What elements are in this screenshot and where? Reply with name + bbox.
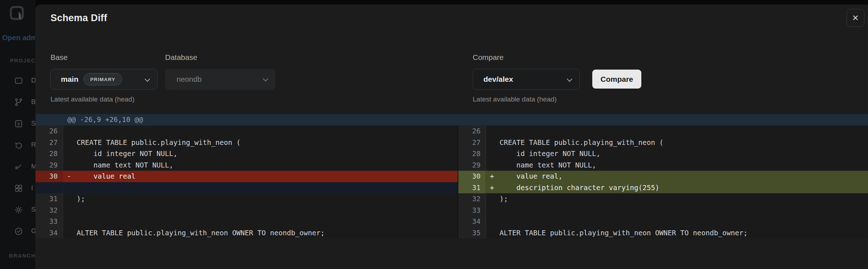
line-number: 29 <box>458 160 486 171</box>
diff-line: 32 <box>35 205 458 216</box>
compare-helper-text: Latest available data (head) <box>473 95 557 103</box>
diff-line: 34 <box>458 216 868 227</box>
line-number: 35 <box>458 227 486 239</box>
branches-section-label: BRANCHES <box>9 253 35 259</box>
base-label: Base <box>50 53 68 62</box>
line-content: CREATE TABLE public.playing_with_neon ( <box>486 137 868 148</box>
sql-editor-icon <box>14 119 23 128</box>
neon-logo-icon[interactable] <box>10 6 24 22</box>
sidebar-item-label: R <box>31 141 35 149</box>
line-content: CREATE TABLE public.playing_with_neon ( <box>63 137 458 148</box>
line-content: ALTER TABLE public.playing_with_neon OWN… <box>63 227 458 239</box>
compare-branch-select[interactable]: dev/alex <box>473 69 580 90</box>
compare-label: Compare <box>473 53 503 62</box>
schema-diff-modal: Schema Diff ✕ Base Database Compare main… <box>35 5 868 269</box>
line-number: 33 <box>458 205 486 216</box>
primary-badge: PRIMARY <box>83 73 122 85</box>
sidebar: Open adm PROJECT DBSRMISG BRANCHES <box>0 0 35 269</box>
diff-line: 30+ value real, <box>458 171 868 182</box>
line-content <box>63 182 458 194</box>
chevron-down-icon <box>263 76 269 82</box>
added-marker-icon: + <box>490 182 500 194</box>
line-number: 27 <box>458 137 486 148</box>
database-label: Database <box>165 53 197 62</box>
line-content: id integer NOT NULL, <box>486 148 868 160</box>
sidebar-item-label: G <box>31 227 35 235</box>
sidebar-item-branch[interactable]: B <box>0 95 35 117</box>
line-number: 31 <box>35 193 63 205</box>
line-number: 30 <box>35 171 63 182</box>
line-number: 26 <box>458 126 486 137</box>
settings-icon <box>14 205 23 214</box>
sidebar-item-database[interactable]: D <box>0 74 35 95</box>
base-branch-value: main <box>61 75 78 84</box>
diff-line: 28 id integer NOT NULL, <box>35 148 458 160</box>
chevron-down-icon <box>145 76 150 82</box>
diff-line: 32); <box>458 193 868 205</box>
sidebar-item-restore[interactable]: R <box>0 138 35 160</box>
line-number: 30 <box>458 171 486 182</box>
line-content: name text NOT NULL, <box>63 160 458 171</box>
page-title: Schema Diff <box>50 13 107 24</box>
base-branch-select[interactable]: main PRIMARY <box>50 69 158 90</box>
line-content <box>63 126 458 137</box>
schema-diff-viewer: @@ -26,9 +26,10 @@ 2627CREATE TABLE publ… <box>35 114 868 239</box>
hunk-header: @@ -26,9 +26,10 @@ <box>35 114 868 126</box>
integrations-icon <box>14 184 23 193</box>
line-number: 29 <box>35 160 63 171</box>
diff-line: 29 name text NOT NULL, <box>35 160 458 171</box>
project-section-label: PROJECT <box>10 57 35 63</box>
sidebar-item-label: I <box>31 184 33 192</box>
sidebar-nav: DBSRMISG <box>0 74 35 246</box>
diff-line: 30- value real <box>35 171 458 182</box>
chevron-down-icon <box>567 76 573 82</box>
branch-icon <box>14 98 23 107</box>
line-number: 33 <box>35 216 63 227</box>
monitoring-icon <box>14 162 23 171</box>
sidebar-item-sql-editor[interactable]: S <box>0 117 35 138</box>
sidebar-item-label: S <box>31 119 35 127</box>
sidebar-item-label: S <box>31 206 35 213</box>
diff-line: 27CREATE TABLE public.playing_with_neon … <box>35 137 458 148</box>
diff-line: 33 <box>458 205 868 216</box>
sidebar-item-settings[interactable]: S <box>0 203 35 225</box>
guide-icon <box>14 227 23 236</box>
sidebar-item-guide[interactable]: G <box>0 225 35 246</box>
compare-branch-value: dev/alex <box>483 75 513 84</box>
diff-line: 26 <box>458 126 868 137</box>
sidebar-item-integrations[interactable]: I <box>0 181 35 203</box>
line-number: 26 <box>35 126 63 137</box>
line-number: 31 <box>458 182 486 194</box>
base-helper-text: Latest available data (head) <box>50 95 135 103</box>
line-content: id integer NOT NULL, <box>63 148 458 160</box>
database-select[interactable]: neondb <box>165 69 275 90</box>
removed-marker-icon: - <box>67 171 77 182</box>
line-number: 34 <box>35 227 63 239</box>
line-content: + description character varying(255) <box>486 182 868 194</box>
line-content: + value real, <box>486 171 868 182</box>
line-content <box>486 216 868 227</box>
line-content: ALTER TABLE public.playing_with_neon OWN… <box>486 227 868 239</box>
close-button[interactable]: ✕ <box>847 9 864 27</box>
line-number: 28 <box>35 148 63 160</box>
close-icon: ✕ <box>852 13 859 23</box>
database-value: neondb <box>177 75 202 84</box>
restore-icon <box>14 141 23 150</box>
sidebar-item-label: D <box>31 76 35 84</box>
line-content: name text NOT NULL, <box>486 160 868 171</box>
line-content <box>486 205 868 216</box>
diff-line: 33 <box>35 216 458 227</box>
line-number: 27 <box>35 137 63 148</box>
sidebar-item-monitoring[interactable]: M <box>0 160 35 181</box>
added-marker-icon: + <box>490 171 500 182</box>
line-number: 34 <box>458 216 486 227</box>
diff-line: 31); <box>35 193 458 205</box>
compare-button[interactable]: Compare <box>592 70 641 89</box>
line-content: ); <box>486 193 868 205</box>
line-content <box>486 126 868 137</box>
line-number: 32 <box>35 205 63 216</box>
line-content <box>63 205 458 216</box>
line-number <box>35 182 63 194</box>
diff-left-pane: 2627CREATE TABLE public.playing_with_neo… <box>35 126 458 239</box>
open-admin-link[interactable]: Open adm <box>2 34 35 42</box>
